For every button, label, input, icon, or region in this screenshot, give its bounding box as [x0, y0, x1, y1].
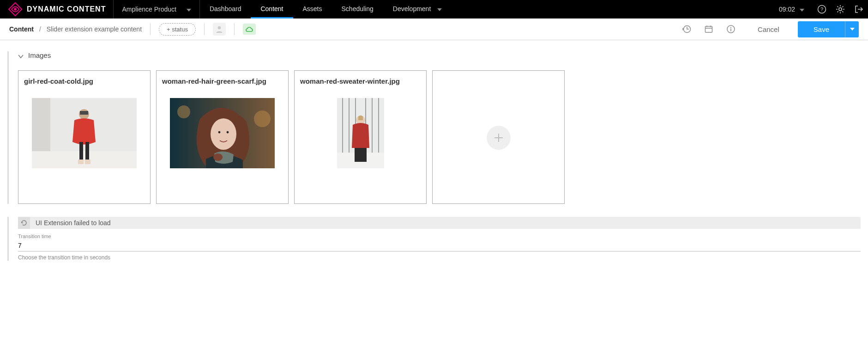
- chevron-down-icon: [18, 52, 24, 60]
- transition-time-input[interactable]: [18, 239, 861, 252]
- info-icon[interactable]: [726, 25, 735, 34]
- nav-label: Content: [260, 5, 283, 12]
- add-image-card[interactable]: [432, 70, 565, 204]
- clock[interactable]: 09:02: [771, 0, 813, 18]
- svg-line-11: [842, 6, 843, 7]
- svg-point-32: [254, 111, 271, 127]
- svg-rect-25: [80, 111, 88, 115]
- extension-error-bar: UI Extension failed to load: [18, 217, 861, 229]
- svg-rect-20: [730, 29, 731, 31]
- chevron-down-icon: [800, 6, 804, 13]
- sync-status-icon[interactable]: [243, 24, 256, 35]
- svg-line-9: [842, 11, 843, 12]
- svg-rect-46: [355, 148, 367, 162]
- assignee-icon[interactable]: [213, 23, 226, 36]
- nav-assets[interactable]: Assets: [293, 0, 332, 18]
- image-filename: woman-red-sweater-winter.jpg: [300, 77, 421, 85]
- breadcrumb-separator: /: [39, 25, 41, 33]
- image-card[interactable]: girl-red-coat-cold.jpg: [18, 70, 151, 204]
- history-icon[interactable]: [682, 25, 691, 34]
- image-thumbnail: [170, 98, 275, 168]
- section-title: Images: [28, 51, 51, 59]
- plus-icon: [487, 126, 511, 150]
- nav-dashboard[interactable]: Dashboard: [200, 0, 251, 18]
- svg-point-35: [227, 131, 229, 134]
- svg-rect-28: [78, 160, 84, 164]
- images-section: Images girl-red-coat-cold.jpg: [7, 51, 861, 204]
- editor-body: Images girl-red-coat-cold.jpg: [0, 40, 868, 272]
- brand-name: DYNAMIC CONTENT: [27, 5, 106, 13]
- image-card[interactable]: woman-red-sweater-winter.jpg: [294, 70, 427, 204]
- divider: [204, 23, 205, 35]
- hub-selector[interactable]: Amplience Product: [114, 0, 200, 18]
- transition-section: UI Extension failed to load Transition t…: [7, 217, 861, 261]
- editor-meta-icons: [682, 25, 735, 34]
- breadcrumb-current: Slider extension example content: [47, 25, 142, 33]
- svg-rect-26: [79, 142, 83, 160]
- svg-rect-23: [32, 151, 137, 168]
- breadcrumb-root[interactable]: Content: [9, 25, 34, 33]
- image-thumbnail: [32, 98, 137, 168]
- svg-point-36: [213, 154, 223, 161]
- svg-point-3: [839, 8, 842, 11]
- cancel-button[interactable]: Cancel: [758, 25, 779, 33]
- image-filename: woman-red-hair-green-scarf.jpg: [162, 77, 283, 85]
- save-menu-button[interactable]: [845, 21, 859, 37]
- save-button-group: Save: [798, 21, 859, 37]
- svg-point-33: [211, 118, 236, 150]
- calendar-icon[interactable]: [704, 25, 713, 34]
- svg-rect-29: [85, 160, 90, 164]
- gear-icon[interactable]: [831, 5, 850, 14]
- image-card[interactable]: woman-red-hair-green-scarf.jpg: [156, 70, 289, 204]
- field-help-transition: Choose the transition time in seconds: [18, 254, 861, 261]
- save-button[interactable]: Save: [798, 21, 845, 37]
- nav-development[interactable]: Development: [383, 0, 452, 18]
- chevron-down-icon: [437, 5, 442, 12]
- brand-logo-icon: [7, 1, 23, 17]
- clock-time: 09:02: [779, 6, 795, 13]
- exit-icon[interactable]: [850, 5, 868, 14]
- image-thumbnail: [337, 98, 384, 168]
- extension-error-message: UI Extension failed to load: [36, 219, 111, 227]
- section-toggle-images[interactable]: Images: [18, 51, 861, 59]
- chevron-down-icon: [187, 6, 191, 13]
- svg-line-8: [838, 6, 838, 7]
- primary-nav: Dashboard Content Assets Scheduling Deve…: [200, 0, 452, 18]
- divider: [150, 23, 151, 35]
- nav-content[interactable]: Content: [251, 0, 293, 18]
- divider: [234, 23, 235, 35]
- topbar-utility-icons: ?: [813, 0, 868, 18]
- nav-label: Dashboard: [210, 5, 241, 12]
- svg-point-12: [218, 26, 221, 29]
- reload-icon[interactable]: [18, 217, 30, 229]
- help-icon[interactable]: ?: [813, 5, 831, 14]
- svg-rect-27: [85, 142, 89, 160]
- field-label-transition: Transition time: [18, 233, 861, 239]
- nav-label: Assets: [303, 5, 322, 12]
- add-status-chip[interactable]: + status: [159, 23, 196, 36]
- brand: DYNAMIC CONTENT: [0, 0, 114, 18]
- nav-scheduling[interactable]: Scheduling: [332, 0, 383, 18]
- editor-toolbar: Content / Slider extension example conte…: [0, 18, 868, 40]
- svg-line-10: [838, 11, 838, 12]
- svg-point-0: [14, 8, 17, 11]
- top-bar: DYNAMIC CONTENT Amplience Product Dashbo…: [0, 0, 868, 18]
- svg-point-19: [730, 27, 731, 28]
- image-cards: girl-red-coat-cold.jpg: [18, 70, 861, 204]
- image-filename: girl-red-coat-cold.jpg: [24, 77, 145, 85]
- svg-point-31: [177, 105, 190, 118]
- svg-text:?: ?: [820, 6, 823, 12]
- svg-point-34: [218, 131, 221, 134]
- nav-label: Scheduling: [342, 5, 374, 12]
- hub-name: Amplience Product: [122, 6, 176, 13]
- svg-rect-14: [705, 26, 712, 32]
- nav-label: Development: [393, 5, 431, 12]
